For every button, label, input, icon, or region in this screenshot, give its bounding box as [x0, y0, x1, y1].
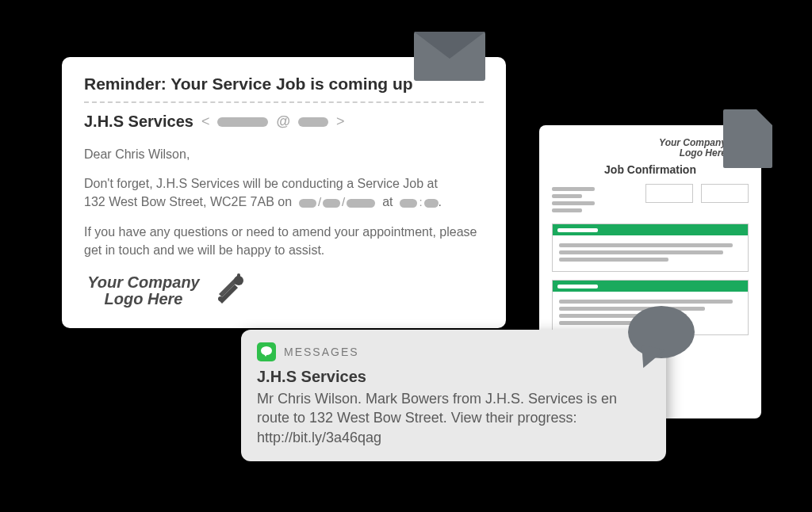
divider [84, 101, 484, 103]
doc-logo-row: Your Company Logo Here [552, 138, 749, 159]
email-line-1b: 132 West Bow Street, WC2E 7AB on [84, 195, 292, 208]
doc-section [552, 224, 749, 272]
sms-app-label: MESSAGES [284, 346, 359, 358]
sms-body: Mr Chris Wilson. Mark Bowers from J.H.S.… [257, 389, 650, 447]
doc-logo-line-2: Logo Here [680, 147, 726, 159]
tools-icon [211, 270, 249, 311]
page-icon [723, 109, 772, 168]
email-sender-name: J.H.S Services [84, 113, 193, 131]
doc-top-row [552, 184, 749, 216]
email-body: Dear Chris Wilson, Don't forget, J.H.S S… [84, 145, 484, 259]
redacted-pill [298, 117, 328, 127]
doc-logo-text: Your Company Logo Here [659, 138, 726, 158]
sms-header: MESSAGES [257, 342, 650, 361]
email-sender-row: J.H.S Services < @ > [84, 113, 484, 131]
chat-bubble-icon [628, 306, 695, 358]
messages-app-icon [257, 342, 276, 361]
redacted-pill [424, 199, 439, 208]
envelope-icon [414, 32, 485, 81]
svg-point-2 [218, 296, 223, 301]
company-logo-text: Your Company Logo Here [84, 274, 203, 308]
email-card: Reminder: Your Service Job is coming up … [62, 57, 506, 328]
email-line-1: Don't forget, J.H.S Services will be con… [84, 174, 484, 211]
angle-bracket-open: < [201, 113, 210, 130]
email-greeting: Dear Chris Wilson, [84, 145, 484, 163]
redacted-pill [323, 199, 340, 208]
doc-meta-box [701, 184, 749, 203]
email-at-word: at [382, 195, 393, 208]
doc-section-body [553, 235, 748, 271]
redacted-pill [299, 199, 316, 208]
doc-address-block [552, 184, 638, 216]
email-line-1a: Don't forget, J.H.S Services will be con… [84, 177, 438, 190]
doc-section-header [553, 281, 748, 292]
company-logo-block: Your Company Logo Here [84, 270, 484, 311]
email-line-2: If you have any questions or need to ame… [84, 223, 484, 259]
doc-meta-box [645, 184, 693, 203]
sms-card: MESSAGES J.H.S Services Mr Chris Wilson.… [241, 330, 666, 461]
sms-sender: J.H.S Services [257, 368, 650, 386]
redacted-pill [347, 199, 375, 208]
logo-text-line-1: Your Company [87, 273, 200, 291]
at-symbol: @ [276, 113, 290, 130]
logo-text-line-2: Logo Here [105, 290, 183, 308]
angle-bracket-close: > [336, 113, 345, 130]
redacted-pill [400, 199, 417, 208]
redacted-pill [217, 117, 268, 127]
doc-title: Job Confirmation [552, 163, 749, 176]
doc-section-header [553, 224, 748, 235]
